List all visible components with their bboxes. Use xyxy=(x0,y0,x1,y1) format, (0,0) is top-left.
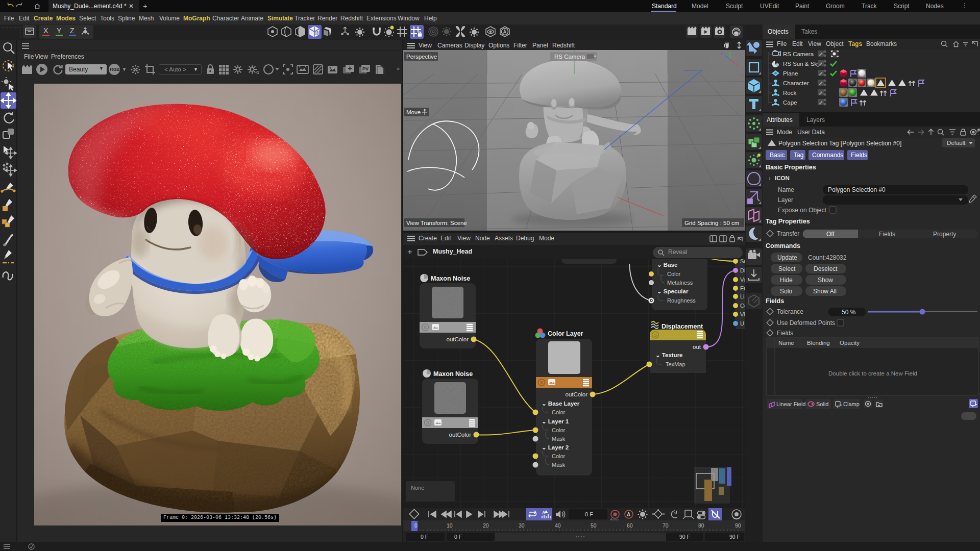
svg-text:⌄ Texture: ⌄ Texture xyxy=(655,352,683,358)
svg-text:View Transform: Scene: View Transform: Scene xyxy=(406,220,467,226)
svg-text:Use Deformed Points: Use Deformed Points xyxy=(777,319,835,327)
svg-text:Polygon Selection Tag [Polygon: Polygon Selection Tag [Polygon Selection… xyxy=(778,140,901,147)
svg-text:Basic Properties: Basic Properties xyxy=(766,164,816,171)
svg-text:RS Camera: RS Camera xyxy=(783,51,814,57)
svg-text:Color: Color xyxy=(552,453,566,459)
svg-text:Er: Er xyxy=(740,285,745,291)
svg-text:Deselect: Deselect xyxy=(814,265,838,272)
svg-text:30: 30 xyxy=(519,522,525,529)
svg-text:Y: Y xyxy=(729,50,732,52)
svg-text:Maxon Noise: Maxon Noise xyxy=(433,370,473,378)
svg-text:S: S xyxy=(540,380,543,385)
svg-text:90 F: 90 F xyxy=(679,534,690,540)
svg-text:Solo: Solo xyxy=(780,288,792,295)
svg-text:Default: Default xyxy=(947,140,966,146)
svg-text:outColor: outColor xyxy=(447,336,469,342)
svg-text:Expose on Object: Expose on Object xyxy=(778,207,826,214)
svg-text:Solid: Solid xyxy=(816,401,828,407)
svg-text:Color: Color xyxy=(552,427,566,433)
svg-text:10: 10 xyxy=(447,522,453,529)
svg-text:⌄ Specular: ⌄ Specular xyxy=(657,288,689,294)
svg-text:Transfer: Transfer xyxy=(777,230,799,237)
svg-text:Fields: Fields xyxy=(777,330,793,337)
svg-text:S: S xyxy=(426,420,429,425)
svg-text:Layer: Layer xyxy=(778,196,793,204)
svg-text:0: 0 xyxy=(414,522,418,529)
svg-text:Mask: Mask xyxy=(552,436,566,442)
svg-text:Tolerance: Tolerance xyxy=(777,308,803,315)
svg-text:Basic: Basic xyxy=(770,152,785,159)
svg-text:Hide: Hide xyxy=(780,277,793,284)
svg-text:Clamp: Clamp xyxy=(843,401,860,407)
svg-text:⌄ Base Layer: ⌄ Base Layer xyxy=(542,400,580,407)
svg-text:Opacity: Opacity xyxy=(840,340,860,346)
svg-text:0 F: 0 F xyxy=(421,534,428,540)
svg-text:Tag Properties: Tag Properties xyxy=(766,218,810,225)
svg-text:70: 70 xyxy=(663,522,669,529)
svg-text:Linear Field: Linear Field xyxy=(776,401,805,407)
svg-text:Plane: Plane xyxy=(783,70,798,77)
svg-text:Tag: Tag xyxy=(794,152,803,159)
svg-text:Su: Su xyxy=(740,259,745,264)
svg-text:Cape: Cape xyxy=(783,99,797,106)
svg-text:TexMap: TexMap xyxy=(666,361,685,367)
svg-text:Color Layer: Color Layer xyxy=(548,330,583,337)
svg-text:G: G xyxy=(256,70,259,75)
svg-text:outColor: outColor xyxy=(566,391,588,397)
svg-text:Mask: Mask xyxy=(552,462,566,468)
svg-text:Show: Show xyxy=(818,277,833,284)
svg-text:U: U xyxy=(740,320,744,327)
svg-text:Character: Character xyxy=(783,80,809,86)
svg-text:90 F: 90 F xyxy=(729,534,740,540)
svg-text:Commands: Commands xyxy=(812,152,843,159)
svg-text:Color: Color xyxy=(667,271,681,277)
svg-text:Rock: Rock xyxy=(783,90,796,96)
svg-text:Li: Li xyxy=(740,293,745,299)
svg-text:Perspective: Perspective xyxy=(406,54,437,60)
svg-text:Show All: Show All xyxy=(813,288,837,295)
svg-text:Count:428032: Count:428032 xyxy=(808,254,847,261)
svg-text:⌄ Base: ⌄ Base xyxy=(657,262,677,268)
svg-text:out: out xyxy=(693,344,701,350)
svg-text:Vo: Vo xyxy=(740,277,745,283)
svg-text:⌄ Layer 2: ⌄ Layer 2 xyxy=(542,444,569,450)
svg-text:Color: Color xyxy=(552,409,566,415)
svg-text:RS Sun & Sky: RS Sun & Sky xyxy=(783,61,820,67)
svg-text:⌄ Layer 1: ⌄ Layer 1 xyxy=(542,418,569,424)
svg-text:Roughness: Roughness xyxy=(667,297,696,304)
svg-text:Commands: Commands xyxy=(766,242,800,249)
svg-text:Grid Spacing : 50 cm: Grid Spacing : 50 cm xyxy=(684,220,739,226)
svg-text:50: 50 xyxy=(591,522,597,529)
svg-text:Fields: Fields xyxy=(851,152,867,159)
svg-text:Maxon Noise: Maxon Noise xyxy=(431,275,470,282)
svg-text:Property: Property xyxy=(933,231,956,238)
svg-text:S: S xyxy=(654,333,657,338)
svg-text:Double click to create a New F: Double click to create a New Field xyxy=(828,370,917,377)
svg-text:Di: Di xyxy=(740,267,745,273)
svg-text:Update: Update xyxy=(777,254,797,261)
svg-text:X: X xyxy=(736,62,739,67)
svg-text:Vi: Vi xyxy=(740,311,745,317)
svg-text:Fields: Fields xyxy=(766,297,784,305)
svg-text:Z: Z xyxy=(721,52,723,56)
svg-text:Displacement: Displacement xyxy=(662,323,703,330)
svg-text:Co: Co xyxy=(740,303,745,309)
svg-text:40: 40 xyxy=(555,522,561,529)
svg-text:None: None xyxy=(411,485,424,491)
svg-text:20: 20 xyxy=(483,522,489,529)
svg-text:ICON: ICON xyxy=(775,175,790,181)
svg-text:80: 80 xyxy=(698,522,704,529)
svg-text:Metalness: Metalness xyxy=(667,280,693,286)
svg-text:Polygon Selection #0: Polygon Selection #0 xyxy=(828,186,886,193)
svg-text:0 F: 0 F xyxy=(454,534,462,540)
svg-text:50 %: 50 % xyxy=(842,309,856,316)
svg-text:A: A xyxy=(627,512,630,517)
svg-text:90: 90 xyxy=(735,522,741,529)
svg-text:Select: Select xyxy=(778,265,796,272)
svg-text:Off: Off xyxy=(826,231,835,238)
svg-text:60: 60 xyxy=(627,522,633,529)
svg-text:0 F: 0 F xyxy=(585,511,593,517)
svg-text:PV: PV xyxy=(362,66,369,71)
svg-text:Name: Name xyxy=(778,340,794,346)
svg-text:Blending: Blending xyxy=(807,340,830,346)
